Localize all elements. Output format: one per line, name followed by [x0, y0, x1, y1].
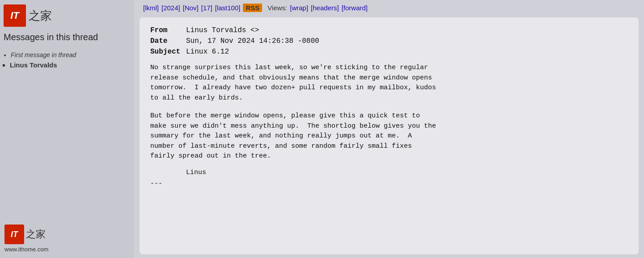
- sidebar-title: Messages in this thread: [4, 30, 131, 44]
- email-header: From Linus Torvalds <> Date Sun, 17 Nov …: [150, 26, 628, 56]
- logo-chinese-text: 之家: [29, 8, 52, 24]
- thread-first-message[interactable]: First message in thread: [11, 51, 131, 58]
- nav-2024[interactable]: [2024]: [161, 4, 180, 12]
- email-body-paragraph1: No strange surprises this last week, so …: [150, 63, 628, 103]
- logo-it-text: IT: [10, 10, 19, 21]
- email-card: From Linus Torvalds <> Date Sun, 17 Nov …: [140, 17, 639, 254]
- subject-value: Linux 6.12: [186, 48, 229, 56]
- sidebar-bottom-logo: IT 之家 www.ithome.com: [4, 225, 48, 253]
- views-label: Views:: [267, 4, 287, 12]
- ithome-box-icon: IT: [4, 225, 24, 244]
- nav-lkml[interactable]: [lkml]: [143, 4, 159, 12]
- nav-17[interactable]: [17]: [201, 4, 212, 12]
- from-label: From: [150, 26, 186, 34]
- date-label: Date: [150, 37, 186, 45]
- from-value: Linus Torvalds <>: [186, 26, 259, 34]
- main-content: [lkml] [2024] [Nov] [17] [last100] RSS V…: [134, 0, 644, 258]
- subject-label: Subject: [150, 48, 186, 56]
- email-separator: ---: [150, 180, 628, 187]
- nav-headers[interactable]: [headers]: [311, 4, 339, 12]
- email-subject-row: Subject Linux 6.12: [150, 48, 628, 56]
- email-signature: Linus: [186, 169, 628, 176]
- rss-badge[interactable]: RSS: [243, 4, 262, 12]
- ithome-chinese-text: 之家: [26, 228, 46, 241]
- nav-nov[interactable]: [Nov]: [183, 4, 199, 12]
- nav-forward[interactable]: [forward]: [342, 4, 368, 12]
- ithome-url: www.ithome.com: [4, 246, 48, 253]
- nav-wrap[interactable]: [wrap]: [290, 4, 308, 12]
- ithome-logo: IT 之家: [4, 225, 48, 244]
- date-value: Sun, 17 Nov 2024 14:26:38 -0800: [186, 37, 319, 45]
- thread-list: First message in thread Linus Torvalds: [4, 51, 131, 71]
- email-from-row: From Linus Torvalds <>: [150, 26, 628, 34]
- ithome-it-text: IT: [11, 230, 18, 239]
- thread-linus-torvalds[interactable]: Linus Torvalds: [10, 61, 131, 69]
- top-navigation: [lkml] [2024] [Nov] [17] [last100] RSS V…: [138, 0, 644, 16]
- site-logo: IT 之家: [4, 4, 131, 27]
- email-date-row: Date Sun, 17 Nov 2024 14:26:38 -0800: [150, 37, 628, 45]
- nav-last100[interactable]: [last100]: [215, 4, 241, 12]
- logo-icon: IT: [4, 4, 26, 27]
- email-body-paragraph2: But before the merge window opens, pleas…: [150, 111, 628, 162]
- sidebar: IT 之家 Messages in this thread First mess…: [0, 0, 134, 258]
